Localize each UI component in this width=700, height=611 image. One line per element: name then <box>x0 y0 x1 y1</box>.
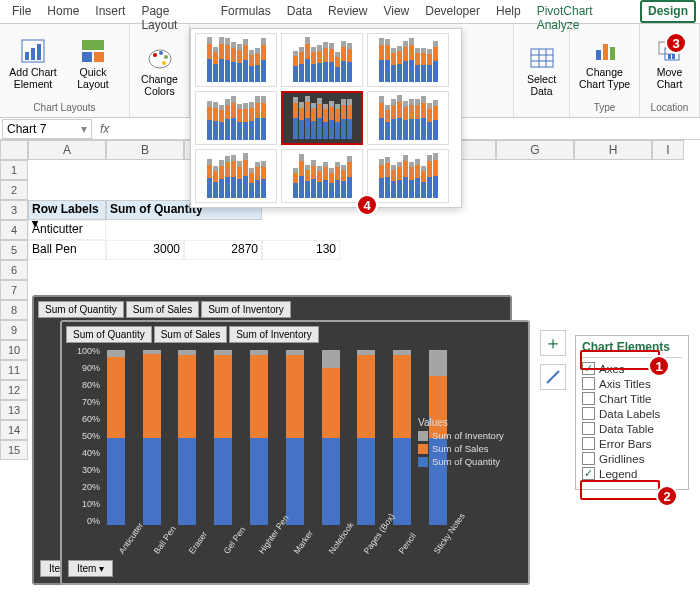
cell[interactable]: Anticutter <box>28 220 106 240</box>
palette-icon <box>146 44 174 72</box>
row-header[interactable]: 15 <box>0 440 28 460</box>
row-header[interactable]: 4 <box>0 220 28 240</box>
row-header[interactable]: 5 <box>0 240 28 260</box>
tab-developer[interactable]: Developer <box>417 0 488 23</box>
name-box[interactable]: Chart 7 ▾ <box>2 119 92 139</box>
svg-rect-3 <box>37 44 41 60</box>
chart-element-option[interactable]: Axis Titles <box>582 376 682 391</box>
row-header[interactable]: 14 <box>0 420 28 440</box>
field-button[interactable]: Sum of Inventory <box>229 326 319 343</box>
cell[interactable]: Ball Pen <box>28 240 106 260</box>
x-tick-label: Eraser <box>186 540 201 556</box>
row-header[interactable]: 13 <box>0 400 28 420</box>
cell[interactable]: 2870 <box>184 240 262 260</box>
style-thumb[interactable] <box>195 33 277 87</box>
chart-element-option[interactable]: Chart Title <box>582 391 682 406</box>
x-tick-label: Marker <box>291 540 306 556</box>
dropdown-icon[interactable]: ▾ <box>81 122 87 136</box>
chart-styles-button[interactable] <box>540 364 566 390</box>
row-header[interactable]: 10 <box>0 340 28 360</box>
row-header[interactable]: 9 <box>0 320 28 340</box>
style-thumb[interactable] <box>367 91 449 145</box>
col-header[interactable]: A <box>28 140 106 160</box>
row-header[interactable]: 2 <box>0 180 28 200</box>
tab-view[interactable]: View <box>375 0 417 23</box>
pivot-chart[interactable]: Sum of Quantity Sum of Sales Sum of Inve… <box>60 320 530 585</box>
tab-review[interactable]: Review <box>320 0 375 23</box>
chart-element-option[interactable]: Gridlines <box>582 451 682 466</box>
row-header[interactable]: 6 <box>0 260 28 280</box>
plot-area <box>102 350 452 525</box>
bar <box>214 350 232 525</box>
select-data-icon <box>528 44 556 72</box>
bar <box>178 350 196 525</box>
chart-element-option[interactable]: ✓Legend <box>582 466 682 481</box>
style-thumb[interactable] <box>367 33 449 87</box>
y-tick-label: 40% <box>66 448 100 458</box>
row-header[interactable]: 12 <box>0 380 28 400</box>
style-thumb[interactable] <box>281 149 363 203</box>
tab-pivotchart-analyze[interactable]: PivotChart Analyze <box>529 0 640 23</box>
col-header[interactable]: G <box>496 140 574 160</box>
change-chart-type-button[interactable]: Change Chart Type <box>576 28 633 100</box>
quick-layout-icon <box>79 37 107 65</box>
svg-rect-5 <box>82 52 92 62</box>
row-header[interactable]: 1 <box>0 160 28 180</box>
style-thumb[interactable] <box>195 149 277 203</box>
tab-file[interactable]: File <box>4 0 39 23</box>
cell[interactable]: 3000 <box>106 240 184 260</box>
y-tick-label: 100% <box>66 346 100 356</box>
col-header[interactable]: H <box>574 140 652 160</box>
add-chart-element-button[interactable]: Add Chart Element <box>6 28 60 100</box>
row-header[interactable]: 8 <box>0 300 28 320</box>
svg-rect-4 <box>82 40 104 50</box>
tab-design[interactable]: Design <box>640 0 696 23</box>
select-data-button[interactable]: Select Data <box>520 28 563 113</box>
cell[interactable]: 130 <box>262 240 340 260</box>
select-all-corner[interactable] <box>0 140 28 160</box>
tab-home[interactable]: Home <box>39 0 87 23</box>
field-button[interactable]: Sum of Quantity <box>66 326 152 343</box>
col-header[interactable]: I <box>652 140 684 160</box>
chart-type-icon <box>591 37 619 65</box>
chart-elements-button[interactable]: ＋ <box>540 330 566 356</box>
y-axis: 0%10%20%30%40%50%60%70%80%90%100% <box>66 346 100 526</box>
y-tick-label: 70% <box>66 397 100 407</box>
field-button[interactable]: Sum of Sales <box>126 301 199 318</box>
tab-page-layout[interactable]: Page Layout <box>133 0 212 23</box>
style-thumb[interactable] <box>281 33 363 87</box>
tab-help[interactable]: Help <box>488 0 529 23</box>
item-filter-button[interactable]: Item ▾ <box>68 560 113 577</box>
row-header[interactable]: 3 <box>0 200 28 220</box>
style-thumb[interactable] <box>195 91 277 145</box>
chart-element-option[interactable]: Data Table <box>582 421 682 436</box>
callout-1: 1 <box>648 355 670 377</box>
legend-swatch-icon <box>418 457 428 467</box>
change-colors-button[interactable]: Change Colors <box>136 28 183 113</box>
chart-style-gallery[interactable]: /*9 thumbs*/ <box>190 28 462 208</box>
checkbox-icon <box>582 437 595 450</box>
field-button[interactable]: Sum of Sales <box>154 326 227 343</box>
x-tick-label: Ball Pen <box>151 540 166 556</box>
chart-element-option[interactable]: Error Bars <box>582 436 682 451</box>
chart-element-option[interactable]: Data Labels <box>582 406 682 421</box>
row-header[interactable]: 11 <box>0 360 28 380</box>
field-button[interactable]: Sum of Inventory <box>201 301 291 318</box>
fx-label: fx <box>94 122 115 136</box>
field-button[interactable]: Sum of Quantity <box>38 301 124 318</box>
svg-rect-19 <box>610 47 615 60</box>
bar <box>143 350 161 525</box>
svg-point-10 <box>164 55 168 59</box>
style-thumb[interactable] <box>281 91 363 145</box>
quick-layout-button[interactable]: Quick Layout <box>66 28 120 100</box>
pivot-row-labels-header[interactable]: Row Labels ▾ <box>28 200 106 220</box>
tab-insert[interactable]: Insert <box>87 0 133 23</box>
highlight-legend <box>580 480 660 500</box>
x-tick-label: Pages (Box) <box>361 540 376 556</box>
tab-data[interactable]: Data <box>279 0 320 23</box>
tab-formulas[interactable]: Formulas <box>213 0 279 23</box>
col-header[interactable]: B <box>106 140 184 160</box>
style-thumb[interactable] <box>367 149 449 203</box>
row-header[interactable]: 7 <box>0 280 28 300</box>
x-tick-label: Anticutter <box>116 540 131 556</box>
